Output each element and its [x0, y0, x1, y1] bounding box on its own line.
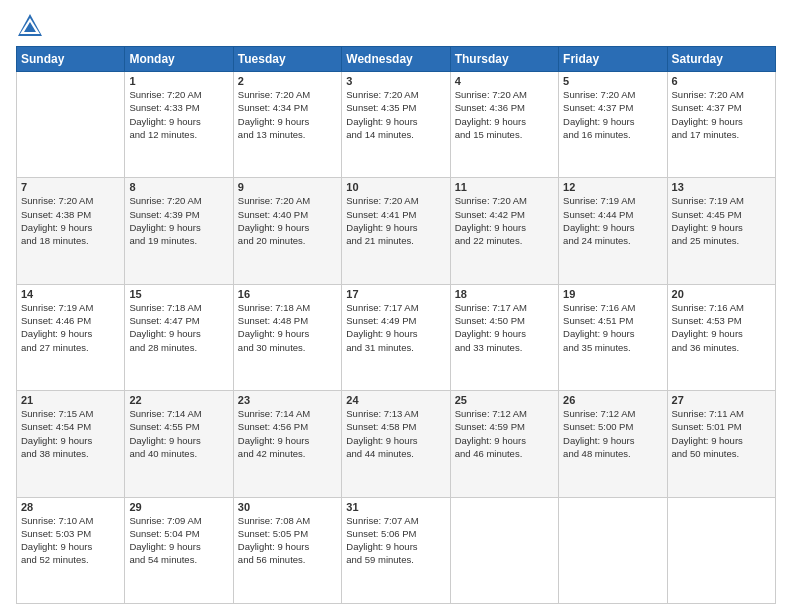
cell-line: and 20 minutes. [238, 234, 337, 247]
calendar-cell: 10Sunrise: 7:20 AMSunset: 4:41 PMDayligh… [342, 178, 450, 284]
logo [16, 12, 48, 40]
cell-line: Sunrise: 7:17 AM [455, 301, 554, 314]
day-number: 29 [129, 501, 228, 513]
cell-line: and 30 minutes. [238, 341, 337, 354]
cell-line: and 24 minutes. [563, 234, 662, 247]
cell-line: Sunrise: 7:12 AM [563, 407, 662, 420]
cell-line: and 40 minutes. [129, 447, 228, 460]
cell-line: Sunset: 4:51 PM [563, 314, 662, 327]
cell-line: and 17 minutes. [672, 128, 771, 141]
day-number: 9 [238, 181, 337, 193]
calendar-cell: 29Sunrise: 7:09 AMSunset: 5:04 PMDayligh… [125, 497, 233, 603]
day-number: 1 [129, 75, 228, 87]
cell-line: Sunset: 5:06 PM [346, 527, 445, 540]
cell-line: and 27 minutes. [21, 341, 120, 354]
cell-line: Daylight: 9 hours [672, 115, 771, 128]
calendar-cell: 9Sunrise: 7:20 AMSunset: 4:40 PMDaylight… [233, 178, 341, 284]
cell-line: Sunrise: 7:19 AM [21, 301, 120, 314]
cell-line: Sunrise: 7:09 AM [129, 514, 228, 527]
day-number: 19 [563, 288, 662, 300]
cell-line: Sunrise: 7:16 AM [563, 301, 662, 314]
cell-line: and 16 minutes. [563, 128, 662, 141]
calendar-cell: 19Sunrise: 7:16 AMSunset: 4:51 PMDayligh… [559, 284, 667, 390]
cell-line: and 18 minutes. [21, 234, 120, 247]
day-number: 25 [455, 394, 554, 406]
day-number: 14 [21, 288, 120, 300]
cell-line: and 13 minutes. [238, 128, 337, 141]
calendar-cell: 1Sunrise: 7:20 AMSunset: 4:33 PMDaylight… [125, 72, 233, 178]
cell-line: Daylight: 9 hours [21, 540, 120, 553]
cell-line: Daylight: 9 hours [129, 540, 228, 553]
week-row-5: 28Sunrise: 7:10 AMSunset: 5:03 PMDayligh… [17, 497, 776, 603]
calendar-cell: 30Sunrise: 7:08 AMSunset: 5:05 PMDayligh… [233, 497, 341, 603]
day-number: 17 [346, 288, 445, 300]
cell-line: Sunset: 5:00 PM [563, 420, 662, 433]
cell-line: Sunset: 4:49 PM [346, 314, 445, 327]
cell-line: Sunrise: 7:17 AM [346, 301, 445, 314]
cell-line: and 35 minutes. [563, 341, 662, 354]
cell-line: Daylight: 9 hours [563, 115, 662, 128]
day-number: 24 [346, 394, 445, 406]
calendar-cell: 14Sunrise: 7:19 AMSunset: 4:46 PMDayligh… [17, 284, 125, 390]
day-number: 26 [563, 394, 662, 406]
day-number: 12 [563, 181, 662, 193]
cell-line: Sunrise: 7:20 AM [672, 88, 771, 101]
cell-line: Daylight: 9 hours [455, 115, 554, 128]
cell-line: Sunset: 4:48 PM [238, 314, 337, 327]
calendar-cell: 5Sunrise: 7:20 AMSunset: 4:37 PMDaylight… [559, 72, 667, 178]
cell-line: Sunset: 4:36 PM [455, 101, 554, 114]
cell-line: and 21 minutes. [346, 234, 445, 247]
cell-line: and 46 minutes. [455, 447, 554, 460]
cell-line: Sunset: 4:38 PM [21, 208, 120, 221]
day-number: 7 [21, 181, 120, 193]
calendar-cell: 26Sunrise: 7:12 AMSunset: 5:00 PMDayligh… [559, 391, 667, 497]
calendar-cell [559, 497, 667, 603]
cell-line: Sunset: 4:53 PM [672, 314, 771, 327]
day-number: 2 [238, 75, 337, 87]
cell-line: Daylight: 9 hours [129, 327, 228, 340]
calendar-cell: 17Sunrise: 7:17 AMSunset: 4:49 PMDayligh… [342, 284, 450, 390]
cell-line: Sunrise: 7:11 AM [672, 407, 771, 420]
calendar-cell: 13Sunrise: 7:19 AMSunset: 4:45 PMDayligh… [667, 178, 775, 284]
cell-line: Daylight: 9 hours [21, 221, 120, 234]
day-number: 3 [346, 75, 445, 87]
calendar-cell: 21Sunrise: 7:15 AMSunset: 4:54 PMDayligh… [17, 391, 125, 497]
cell-line: Sunrise: 7:20 AM [346, 194, 445, 207]
cell-line: Daylight: 9 hours [21, 327, 120, 340]
cell-line: Sunrise: 7:20 AM [563, 88, 662, 101]
cell-line: Daylight: 9 hours [672, 434, 771, 447]
cell-line: and 22 minutes. [455, 234, 554, 247]
calendar-cell: 28Sunrise: 7:10 AMSunset: 5:03 PMDayligh… [17, 497, 125, 603]
cell-line: Daylight: 9 hours [563, 221, 662, 234]
cell-line: Sunrise: 7:20 AM [129, 194, 228, 207]
cell-line: Sunset: 4:54 PM [21, 420, 120, 433]
calendar-page: SundayMondayTuesdayWednesdayThursdayFrid… [0, 0, 792, 612]
calendar-cell: 4Sunrise: 7:20 AMSunset: 4:36 PMDaylight… [450, 72, 558, 178]
calendar-cell: 18Sunrise: 7:17 AMSunset: 4:50 PMDayligh… [450, 284, 558, 390]
calendar-table: SundayMondayTuesdayWednesdayThursdayFrid… [16, 46, 776, 604]
cell-line: Sunrise: 7:20 AM [455, 88, 554, 101]
header [16, 12, 776, 40]
cell-line: Sunrise: 7:19 AM [672, 194, 771, 207]
day-number: 27 [672, 394, 771, 406]
day-number: 4 [455, 75, 554, 87]
cell-line: Sunrise: 7:20 AM [455, 194, 554, 207]
calendar-cell: 8Sunrise: 7:20 AMSunset: 4:39 PMDaylight… [125, 178, 233, 284]
calendar-cell: 2Sunrise: 7:20 AMSunset: 4:34 PMDaylight… [233, 72, 341, 178]
cell-line: Daylight: 9 hours [672, 221, 771, 234]
cell-line: Daylight: 9 hours [238, 221, 337, 234]
calendar-cell: 22Sunrise: 7:14 AMSunset: 4:55 PMDayligh… [125, 391, 233, 497]
cell-line: Sunrise: 7:13 AM [346, 407, 445, 420]
day-number: 28 [21, 501, 120, 513]
cell-line: Sunrise: 7:12 AM [455, 407, 554, 420]
cell-line: and 54 minutes. [129, 553, 228, 566]
day-number: 5 [563, 75, 662, 87]
calendar-cell: 25Sunrise: 7:12 AMSunset: 4:59 PMDayligh… [450, 391, 558, 497]
cell-line: Sunrise: 7:16 AM [672, 301, 771, 314]
calendar-cell: 23Sunrise: 7:14 AMSunset: 4:56 PMDayligh… [233, 391, 341, 497]
cell-line: Daylight: 9 hours [238, 327, 337, 340]
calendar-cell: 3Sunrise: 7:20 AMSunset: 4:35 PMDaylight… [342, 72, 450, 178]
cell-line: Daylight: 9 hours [563, 327, 662, 340]
day-number: 31 [346, 501, 445, 513]
logo-icon [16, 12, 44, 40]
